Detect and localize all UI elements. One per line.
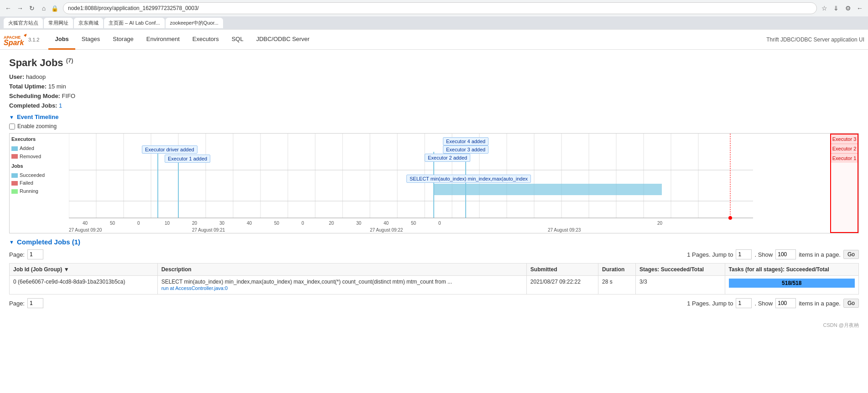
th-tasks[interactable]: Tasks (for all stages): Succeeded/Total xyxy=(725,264,858,276)
nav-right-text: Thrift JDBC/ODBC Server application UI xyxy=(766,36,864,43)
svg-text:20: 20 xyxy=(192,221,198,226)
nav-jdbc[interactable]: JDBC/ODBC Server xyxy=(250,30,316,50)
svg-text:30: 30 xyxy=(356,221,362,226)
scheduling-info: Scheduling Mode: FIFO xyxy=(9,93,859,99)
spark-version: 3.1.2 xyxy=(28,37,39,42)
tooltip-executor-4: Executor 4 added xyxy=(443,137,489,145)
forward-button[interactable]: → xyxy=(16,4,25,13)
tab-5[interactable]: zookeeper中的Quor... xyxy=(166,18,223,28)
pagination-top: Page: 1 Pages. Jump to . Show items in a… xyxy=(9,249,859,259)
svg-text:Spark: Spark xyxy=(4,39,25,47)
browser-tabs-bar: 火狐官方站点 常用网址 京东商城 主页面 – AI Lab Conf... zo… xyxy=(0,16,868,29)
tooltip-executor-1: Executor 1 added xyxy=(165,155,210,163)
extensions-button[interactable]: ⚙ xyxy=(843,4,852,13)
refresh-button[interactable]: ↻ xyxy=(27,4,36,13)
removed-color xyxy=(11,154,18,159)
cell-submitted: 2021/08/27 09:22:22 xyxy=(526,276,598,295)
svg-text:27 August 09:23: 27 August 09:23 xyxy=(548,228,581,233)
completed-jobs-title: Completed Jobs (1) xyxy=(17,238,80,246)
svg-text:0: 0 xyxy=(301,221,304,226)
jobs-table: Job Id (Job Group) ▼ Description Submitt… xyxy=(9,263,859,295)
completed-jobs-link[interactable]: 1 xyxy=(59,102,62,109)
address-bar[interactable] xyxy=(63,2,817,14)
nav-jobs[interactable]: Jobs xyxy=(48,30,75,50)
enable-zoom-checkbox[interactable] xyxy=(9,124,15,129)
svg-text:40: 40 xyxy=(384,221,389,226)
running-color xyxy=(11,189,18,194)
go-button-bottom[interactable]: Go xyxy=(843,299,859,308)
legend-succeeded: Succeeded xyxy=(11,171,45,180)
svg-text:50: 50 xyxy=(274,221,280,226)
legend-added: Added xyxy=(11,145,45,153)
th-duration[interactable]: Duration xyxy=(598,264,635,276)
svg-text:50: 50 xyxy=(411,221,416,226)
cell-job-id: 0 (6e6e6067-ce9d-4cd8-8da9-1ba23013b5ca) xyxy=(10,276,158,295)
user-info: User: hadoop xyxy=(9,73,859,80)
page-label: Page: xyxy=(9,251,25,258)
nav-environment[interactable]: Environment xyxy=(140,30,186,50)
tab-4[interactable]: 主页面 – AI Lab Conf... xyxy=(104,18,165,28)
added-color xyxy=(11,146,18,151)
pagination-right-bottom: 1 Pages. Jump to . Show items in a page.… xyxy=(687,298,859,308)
th-stages[interactable]: Stages: Succeeded/Total xyxy=(636,264,725,276)
legend-failed: Failed xyxy=(11,179,45,187)
main-nav: Jobs Stages Storage Environment Executor… xyxy=(48,30,316,50)
tab-1[interactable]: 火狐官方站点 xyxy=(4,18,43,28)
jump-to-input-top[interactable] xyxy=(736,249,752,259)
th-submitted[interactable]: Submitted xyxy=(526,264,598,276)
home-button[interactable]: ⌂ xyxy=(39,4,48,13)
svg-rect-33 xyxy=(434,184,662,195)
th-description[interactable]: Description xyxy=(157,264,526,276)
svg-text:40: 40 xyxy=(247,221,252,226)
succeeded-color xyxy=(11,173,18,178)
th-job-id[interactable]: Job Id (Job Group) ▼ xyxy=(10,264,158,276)
back-nav-button[interactable]: ← xyxy=(855,4,864,13)
jump-to-input-bottom[interactable] xyxy=(736,298,752,308)
timeline-chart: Executors Added Removed Jobs Succeeded F… xyxy=(9,133,859,233)
browser-toolbar: ← → ↻ ⌂ 🔒 ☆ ⇓ ⚙ ← xyxy=(0,0,868,16)
svg-text:40: 40 xyxy=(83,221,88,226)
page-input-bottom[interactable] xyxy=(27,298,43,308)
job-count: (7) xyxy=(66,57,73,64)
tab-3[interactable]: 京东商城 xyxy=(74,18,103,28)
svg-text:20: 20 xyxy=(657,221,663,226)
nav-executors[interactable]: Executors xyxy=(186,30,225,50)
show-label: . Show xyxy=(754,251,773,258)
show-input-bottom[interactable] xyxy=(775,298,796,308)
browser-chrome: ← → ↻ ⌂ 🔒 ☆ ⇓ ⚙ ← 火狐官方站点 常用网址 京东商城 主页面 –… xyxy=(0,0,868,30)
show-input-top[interactable] xyxy=(775,249,796,259)
executor-right-panel: Executor 3 Executor 2 Executor 1 xyxy=(830,134,858,233)
event-timeline-toggle[interactable]: ▼ Event Timeline xyxy=(9,114,859,120)
svg-marker-2 xyxy=(24,33,26,37)
legend-executors-label: Executors xyxy=(11,135,45,144)
spark-logo-svg: APACHE Spark xyxy=(4,31,26,48)
footer-credit: CSDN @月夜枘 xyxy=(823,322,859,328)
download-button[interactable]: ⇓ xyxy=(832,4,841,13)
pages-info-bottom: 1 Pages. Jump to xyxy=(687,300,733,307)
items-label: items in a page. xyxy=(799,251,841,258)
legend-removed: Removed xyxy=(11,153,45,161)
svg-text:50: 50 xyxy=(110,221,115,226)
uptime-info: Total Uptime: 15 min xyxy=(9,83,859,90)
tasks-bar-text: 518/518 xyxy=(729,280,855,286)
nav-sql[interactable]: SQL xyxy=(225,30,250,50)
svg-text:27 August 09:21: 27 August 09:21 xyxy=(192,228,225,233)
page-input-top[interactable] xyxy=(27,249,43,259)
event-timeline-label: Event Timeline xyxy=(17,114,59,120)
go-button-top[interactable]: Go xyxy=(843,250,859,259)
nav-stages[interactable]: Stages xyxy=(75,30,106,50)
tab-2[interactable]: 常用网址 xyxy=(44,18,73,28)
completed-jobs-toggle[interactable]: ▼ Completed Jobs (1) xyxy=(9,238,859,246)
svg-text:20: 20 xyxy=(329,221,334,226)
timeline-legend: Executors Added Removed Jobs Succeeded F… xyxy=(11,135,45,195)
pagination-bottom: Page: 1 Pages. Jump to . Show items in a… xyxy=(9,298,859,308)
cell-stages: 3/3 xyxy=(636,276,725,295)
run-at-link[interactable]: run at AccessController.java:0 xyxy=(161,285,228,291)
nav-storage[interactable]: Storage xyxy=(106,30,140,50)
bookmark-button[interactable]: ☆ xyxy=(820,4,829,13)
failed-color xyxy=(11,181,18,186)
table-header-row: Job Id (Job Group) ▼ Description Submitt… xyxy=(10,264,859,276)
executor-label-3: Executor 3 xyxy=(831,134,858,144)
back-button[interactable]: ← xyxy=(4,4,13,13)
items-label-bottom: items in a page. xyxy=(799,300,841,307)
